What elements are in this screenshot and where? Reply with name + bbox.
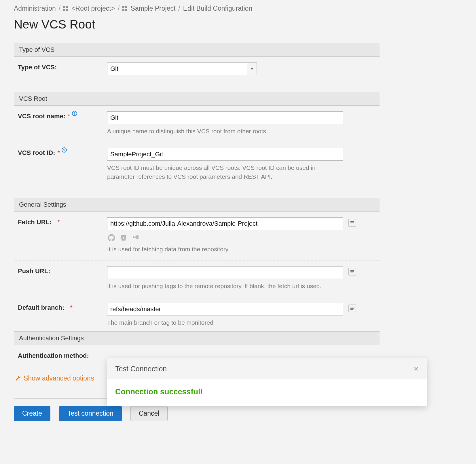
test-connection-button[interactable]: Test connection: [59, 406, 122, 421]
dialog-title: Test Connection: [115, 365, 167, 373]
input-fetch-url[interactable]: [107, 217, 343, 230]
param-ref-icon[interactable]: [348, 305, 356, 312]
svg-rect-6: [350, 273, 353, 273]
input-push-url[interactable]: [107, 266, 343, 279]
chevron-down-icon: [247, 63, 257, 75]
input-vcs-root-name[interactable]: [107, 111, 343, 124]
svg-rect-5: [350, 271, 354, 272]
section-header-type: Type of VCS: [14, 43, 380, 57]
param-ref-icon[interactable]: [348, 268, 356, 275]
required-marker: *: [58, 149, 60, 157]
help-icon[interactable]: ?: [62, 147, 67, 153]
label-type-of-vcs: Type of VCS:: [18, 62, 107, 71]
label-auth-method: Authentication method:: [18, 351, 107, 360]
test-connection-dialog: Test Connection ✕ Connection successful!: [107, 358, 427, 406]
svg-rect-9: [350, 309, 353, 310]
svg-rect-7: [350, 307, 354, 307]
label-vcs-root-id: VCS root ID: * ?: [18, 148, 107, 157]
label-default-branch: Default branch: *: [18, 303, 107, 311]
hint-vcs-root-id: VCS root ID must be unique across all VC…: [107, 163, 343, 181]
breadcrumb: Administration / <Root project> / Sample…: [14, 3, 462, 18]
hint-fetch-url: It is used for fetching data from the re…: [107, 245, 343, 254]
section-header-auth: Authentication Settings: [14, 331, 380, 345]
close-icon[interactable]: ✕: [414, 365, 419, 373]
github-icon[interactable]: [107, 233, 116, 242]
input-vcs-root-id[interactable]: [107, 148, 343, 161]
section-header-general: General Settings: [14, 198, 380, 212]
project-grid-icon: [122, 6, 128, 11]
hint-vcs-root-name: A unique name to distinguish this VCS ro…: [107, 127, 343, 136]
breadcrumb-sep: /: [59, 5, 60, 12]
help-icon[interactable]: ?: [72, 111, 77, 116]
required-marker: *: [68, 113, 70, 120]
svg-rect-4: [350, 270, 354, 271]
breadcrumb-root[interactable]: <Root project>: [71, 5, 115, 12]
vsts-icon[interactable]: [131, 233, 140, 242]
svg-rect-8: [350, 308, 354, 309]
breadcrumb-admin[interactable]: Administration: [14, 5, 56, 12]
bitbucket-icon[interactable]: [119, 233, 128, 242]
connection-success-message: Connection successful!: [115, 387, 419, 396]
breadcrumb-project[interactable]: Sample Project: [130, 5, 175, 12]
page-title: New VCS Root: [14, 18, 462, 31]
wrench-icon: [15, 375, 21, 381]
hint-push-url: It is used for pushing tags to the remot…: [107, 282, 343, 290]
required-marker: *: [70, 304, 73, 311]
required-marker: *: [57, 218, 60, 226]
breadcrumb-page[interactable]: Edit Build Configuration: [183, 5, 252, 12]
svg-rect-3: [350, 224, 353, 224]
create-button[interactable]: Create: [14, 406, 50, 421]
section-header-vcs-root: VCS Root: [14, 92, 380, 106]
svg-rect-1: [350, 221, 354, 222]
param-ref-icon[interactable]: [348, 219, 356, 227]
select-vcs-type[interactable]: Git: [107, 62, 257, 75]
cancel-button[interactable]: Cancel: [130, 406, 168, 421]
input-default-branch[interactable]: [107, 303, 343, 315]
svg-rect-2: [350, 223, 354, 223]
hint-default-branch: The main branch or tag to be monitored: [107, 318, 343, 327]
select-vcs-type-value: Git: [107, 64, 247, 74]
label-push-url: Push URL:: [18, 266, 107, 275]
breadcrumb-sep: /: [118, 5, 120, 12]
project-grid-icon: [63, 6, 69, 11]
label-vcs-root-name: VCS root name: * ?: [18, 111, 107, 120]
label-fetch-url: Fetch URL: *: [18, 217, 107, 226]
svg-marker-0: [250, 68, 254, 70]
breadcrumb-sep: /: [178, 5, 180, 12]
